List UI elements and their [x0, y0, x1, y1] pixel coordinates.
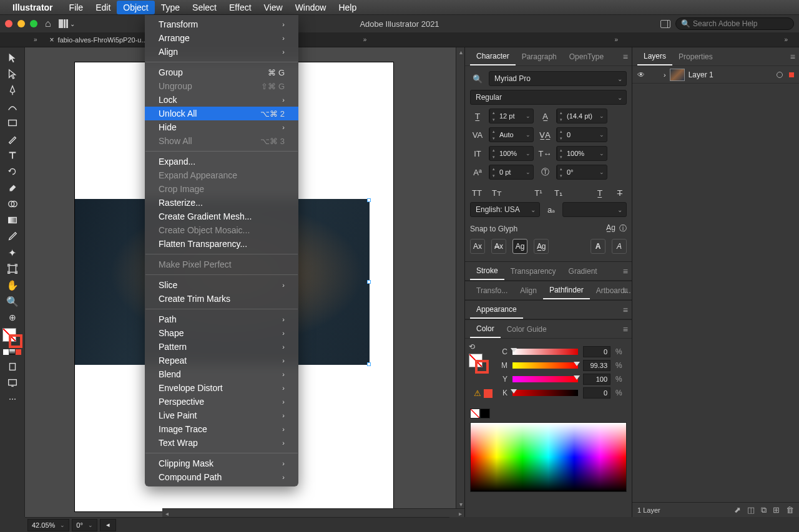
menu-item-unlock-all[interactable]: Unlock All⌥⌘ 2	[145, 107, 298, 120]
allcaps-button[interactable]: TT	[470, 186, 484, 200]
visibility-icon[interactable]: 👁	[637, 70, 647, 79]
panel-overflow-1[interactable]: »	[360, 36, 371, 43]
color-mode-row[interactable]	[3, 349, 21, 355]
document-tab[interactable]: × fabio-alves-FhroWi5pP20-u...	[44, 32, 154, 47]
layer-name[interactable]: Layer 1	[689, 70, 713, 79]
panel-menu-icon[interactable]: ≡	[623, 52, 628, 62]
symbol-sprayer-tool[interactable]: ✦	[2, 244, 22, 261]
tab-layers[interactable]: Layers	[637, 47, 672, 65]
zoom-level[interactable]: 42.05%⌄	[27, 519, 69, 531]
snap-opt-6[interactable]: A	[612, 239, 627, 254]
menu-item-create-gradient-mesh[interactable]: Create Gradient Mesh...	[145, 210, 298, 223]
hand-tool[interactable]: ✋	[2, 277, 22, 293]
layer-row[interactable]: 👁 › Layer 1	[632, 66, 799, 84]
menu-item-clipping-mask[interactable]: Clipping Mask›	[145, 457, 298, 470]
snap-opt-2[interactable]: A̶x	[491, 239, 506, 254]
snap-opt-1[interactable]: Ax	[470, 239, 485, 254]
cyan-slider[interactable]	[512, 349, 578, 355]
menu-item-rasterize[interactable]: Rasterize...	[145, 196, 298, 210]
selection-tool[interactable]	[2, 50, 22, 66]
menu-item-hide[interactable]: Hide›	[145, 120, 298, 134]
menu-type[interactable]: Type	[155, 1, 186, 14]
tab-transform[interactable]: Transfo...	[470, 281, 514, 299]
fill-stroke-mini[interactable]	[469, 354, 489, 374]
tab-opentype[interactable]: OpenType	[563, 47, 610, 65]
close-button[interactable]	[5, 20, 12, 27]
arrange-documents[interactable]: ⌄	[59, 19, 75, 28]
tab-color-guide[interactable]: Color Guide	[501, 320, 553, 338]
new-layer-icon[interactable]: ⊞	[773, 505, 780, 515]
hscale-field[interactable]: ▴▾100%⌄	[556, 146, 607, 161]
yellow-value[interactable]: 100	[583, 374, 610, 385]
locate-object-icon[interactable]: ⬈	[734, 505, 741, 515]
magenta-slider[interactable]	[512, 362, 578, 369]
menu-item-arrange[interactable]: Arrange›	[145, 31, 298, 45]
tab-align[interactable]: Align	[514, 281, 543, 299]
eyedropper-tool[interactable]	[2, 228, 22, 244]
zoom-tool[interactable]: 🔍	[2, 293, 22, 309]
menu-item-slice[interactable]: Slice›	[145, 278, 298, 292]
paintbrush-tool[interactable]	[2, 131, 22, 147]
fill-stroke-swatch[interactable]	[2, 328, 22, 348]
menu-item-path[interactable]: Path›	[145, 312, 298, 326]
minimize-button[interactable]	[17, 20, 25, 27]
panel-menu-icon[interactable]: ≡	[623, 266, 628, 276]
menu-item-pattern[interactable]: Pattern›	[145, 340, 298, 354]
subscript-button[interactable]: T₁	[552, 186, 566, 200]
color-spectrum[interactable]	[470, 422, 627, 492]
menu-item-compound-path[interactable]: Compound Path›	[145, 470, 298, 484]
rectangle-tool[interactable]	[2, 115, 22, 131]
tab-color[interactable]: Color	[470, 320, 501, 338]
underline-button[interactable]: T̲	[593, 186, 607, 200]
tab-stroke[interactable]: Stroke	[470, 262, 504, 280]
menu-window[interactable]: Window	[289, 1, 333, 14]
superscript-button[interactable]: T¹	[532, 186, 546, 200]
artboard-nav-prev[interactable]: ◂	[100, 519, 116, 531]
menu-file[interactable]: File	[63, 1, 90, 14]
magenta-value[interactable]: 99.33	[583, 360, 610, 371]
create-sublayer-icon[interactable]: ⧉	[761, 505, 767, 515]
snap-opt-3[interactable]: Ag	[512, 239, 527, 254]
language-select[interactable]: English: USA⌄	[470, 202, 540, 217]
rotate-view[interactable]: 0°⌄	[72, 519, 97, 531]
eraser-tool[interactable]	[2, 180, 22, 196]
rotation-field[interactable]: ▴▾0°⌄	[556, 165, 607, 180]
menu-help[interactable]: Help	[332, 1, 363, 14]
gamut-swatch[interactable]	[484, 389, 493, 398]
menu-item-create-trim-marks[interactable]: Create Trim Marks	[145, 292, 298, 306]
workspace-icon[interactable]	[660, 20, 670, 28]
font-size-field[interactable]: ▴▾12 pt⌄	[489, 109, 534, 123]
find-font-icon[interactable]: 🔍	[470, 71, 485, 86]
tab-pathfinder[interactable]: Pathfinder	[543, 281, 590, 299]
menu-item-envelope-distort[interactable]: Envelope Distort›	[145, 381, 298, 395]
kerning-field[interactable]: ▴▾Auto⌄	[489, 127, 534, 142]
strikethrough-button[interactable]: T̶	[613, 186, 627, 200]
shape-builder-tool[interactable]	[2, 196, 22, 212]
black-swatch[interactable]	[480, 409, 490, 418]
menu-item-lock[interactable]: Lock›	[145, 93, 298, 107]
screen-mode[interactable]	[2, 375, 22, 391]
tab-gradient[interactable]: Gradient	[562, 262, 604, 280]
menu-item-flatten-transparency[interactable]: Flatten Transparency...	[145, 237, 298, 251]
swap-fill-stroke-icon[interactable]: ⟲	[469, 342, 493, 351]
glyph-icon-2[interactable]: ⓘ	[619, 223, 627, 234]
menu-item-shape[interactable]: Shape›	[145, 326, 298, 340]
menu-item-align[interactable]: Align›	[145, 45, 298, 59]
panel-menu-icon[interactable]: ≡	[623, 324, 628, 334]
app-name[interactable]: Illustrator	[12, 2, 53, 12]
rotate-tool[interactable]	[2, 163, 22, 180]
menu-item-blend[interactable]: Blend›	[145, 367, 298, 381]
make-clipping-mask-icon[interactable]: ◫	[747, 505, 755, 515]
pen-tool[interactable]	[2, 82, 22, 99]
toolbar-more[interactable]: ⋯	[2, 391, 22, 407]
snap-opt-5[interactable]: A	[591, 239, 605, 254]
smallcaps-button[interactable]: Tᴛ	[490, 186, 504, 200]
menu-edit[interactable]: Edit	[89, 1, 117, 14]
canvas-scrollbar-vertical[interactable]: ▴ ▾	[456, 47, 464, 508]
home-icon[interactable]: ⌂	[45, 18, 51, 29]
tab-character[interactable]: Character	[470, 47, 516, 65]
menu-item-image-trace[interactable]: Image Trace›	[145, 422, 298, 436]
direct-selection-tool[interactable]	[2, 66, 22, 82]
baseline-field[interactable]: ▴▾0 pt⌄	[489, 165, 534, 180]
delete-layer-icon[interactable]: 🗑	[786, 505, 794, 515]
